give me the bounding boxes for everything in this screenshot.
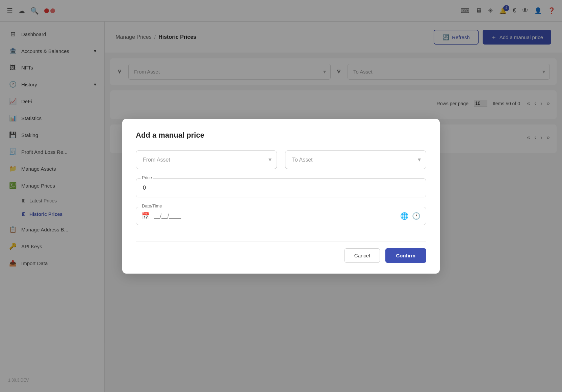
add-manual-price-modal: Add a manual price From Asset ▾ To Asset… [122,119,440,274]
datetime-input[interactable] [154,213,396,219]
modal-to-asset-select[interactable]: To Asset [285,150,426,169]
clock-icon[interactable]: 🕐 [412,212,420,220]
calendar-icon: 📅 [142,212,150,220]
modal-from-asset-select[interactable]: From Asset [136,150,277,169]
modal-from-asset-wrap: From Asset ▾ [136,150,277,169]
cancel-button[interactable]: Cancel [344,248,380,263]
modal-title: Add a manual price [136,131,426,140]
datetime-icons: 🌐 🕐 [400,212,420,220]
confirm-button[interactable]: Confirm [385,248,427,263]
modal-asset-row: From Asset ▾ To Asset ▾ [136,150,426,169]
price-input[interactable] [136,178,426,197]
datetime-field: Date/Time 📅 🌐 🕐 [136,207,426,225]
datetime-field-inner: 📅 🌐 🕐 [136,207,426,225]
modal-overlay: Add a manual price From Asset ▾ To Asset… [0,0,562,392]
modal-to-asset-wrap: To Asset ▾ [285,150,426,169]
price-field: Price [136,178,426,197]
globe-icon[interactable]: 🌐 [400,212,409,220]
modal-footer: Cancel Confirm [136,241,426,263]
price-label: Price [140,175,153,180]
